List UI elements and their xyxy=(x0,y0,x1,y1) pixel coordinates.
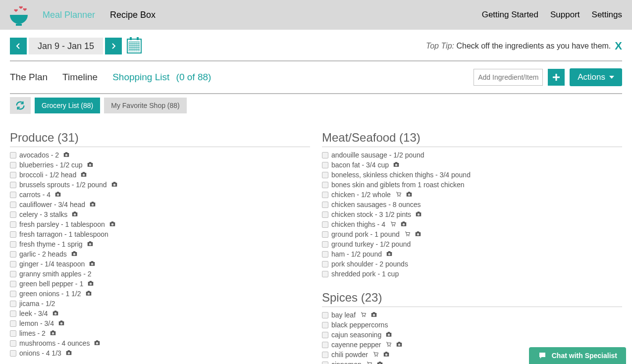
item-checkbox[interactable] xyxy=(322,342,328,348)
item-checkbox[interactable] xyxy=(10,281,16,287)
svg-point-27 xyxy=(408,235,409,236)
item-checkbox[interactable] xyxy=(10,251,16,258)
item-checkbox[interactable] xyxy=(10,301,16,307)
item-checkbox[interactable] xyxy=(10,271,16,277)
camera-icon[interactable] xyxy=(65,350,72,357)
svg-point-39 xyxy=(385,353,388,356)
item-checkbox[interactable] xyxy=(322,261,328,267)
camera-icon[interactable] xyxy=(383,351,390,359)
camera-icon[interactable] xyxy=(370,312,377,319)
tab-the-plan[interactable]: The Plan xyxy=(10,72,48,83)
camera-icon[interactable] xyxy=(54,191,61,199)
camera-icon[interactable] xyxy=(415,211,422,218)
cart-icon[interactable] xyxy=(372,351,379,359)
item-checkbox[interactable] xyxy=(10,211,16,218)
next-week-button[interactable] xyxy=(105,38,122,54)
camera-icon[interactable] xyxy=(63,152,70,159)
item-checkbox[interactable] xyxy=(10,340,16,347)
camera-icon[interactable] xyxy=(85,290,92,298)
camera-icon[interactable] xyxy=(406,191,413,199)
camera-icon[interactable] xyxy=(385,331,392,339)
camera-icon[interactable] xyxy=(80,171,87,179)
item-checkbox[interactable] xyxy=(10,320,16,327)
cart-icon[interactable] xyxy=(404,231,411,238)
item-checkbox[interactable] xyxy=(10,192,16,198)
item-checkbox[interactable] xyxy=(322,231,328,238)
item-checkbox[interactable] xyxy=(322,332,328,338)
camera-icon[interactable] xyxy=(109,221,116,228)
item-checkbox[interactable] xyxy=(322,312,328,318)
camera-icon[interactable] xyxy=(94,340,101,347)
camera-icon[interactable] xyxy=(71,251,78,258)
item-checkbox[interactable] xyxy=(10,182,16,188)
camera-icon[interactable] xyxy=(71,211,78,218)
item-checkbox[interactable] xyxy=(322,362,328,364)
subtab-grocery-list[interactable]: Grocery List (88) xyxy=(35,98,100,113)
refresh-button[interactable] xyxy=(10,97,31,114)
nav-getting-started[interactable]: Getting Started xyxy=(482,10,538,20)
nav-recipe-box[interactable]: Recipe Box xyxy=(110,10,156,20)
item-checkbox[interactable] xyxy=(10,350,16,357)
camera-icon[interactable] xyxy=(87,241,94,248)
item-checkbox[interactable] xyxy=(322,162,328,168)
nav-support[interactable]: Support xyxy=(550,10,580,20)
close-tip-button[interactable]: X xyxy=(615,40,622,52)
item-checkbox[interactable] xyxy=(322,202,328,208)
list-item: chicken stock - 3 1/2 pints xyxy=(322,209,622,219)
add-ingredient-input[interactable] xyxy=(474,69,543,86)
item-checkbox[interactable] xyxy=(10,152,16,158)
actions-dropdown[interactable]: Actions xyxy=(570,68,622,86)
camera-icon[interactable] xyxy=(87,161,94,169)
cart-icon[interactable] xyxy=(366,361,372,364)
item-text: fresh tarragon - 1 tablespoon xyxy=(19,230,108,238)
camera-icon[interactable] xyxy=(376,361,383,364)
camera-icon[interactable] xyxy=(89,260,96,268)
item-text: chicken sausages - 8 ounces xyxy=(331,201,421,208)
item-checkbox[interactable] xyxy=(10,202,16,208)
item-checkbox[interactable] xyxy=(10,261,16,267)
subtab-favorite-shop[interactable]: My Favorite Shop (88) xyxy=(104,98,187,113)
item-checkbox[interactable] xyxy=(322,211,328,218)
chat-widget[interactable]: Chat with Specialist xyxy=(529,347,626,364)
tab-shopping-list[interactable]: Shopping List (0 of 88) xyxy=(112,72,211,83)
cart-icon[interactable] xyxy=(389,221,396,228)
cart-icon[interactable] xyxy=(395,191,402,199)
camera-icon[interactable] xyxy=(111,181,118,189)
item-checkbox[interactable] xyxy=(10,330,16,337)
item-checkbox[interactable] xyxy=(322,221,328,228)
item-checkbox[interactable] xyxy=(10,231,16,238)
item-checkbox[interactable] xyxy=(322,251,328,258)
add-ingredient-button[interactable] xyxy=(548,69,565,86)
item-checkbox[interactable] xyxy=(10,221,16,228)
calendar-icon[interactable] xyxy=(127,39,142,53)
item-checkbox[interactable] xyxy=(322,152,328,158)
item-checkbox[interactable] xyxy=(322,241,328,248)
camera-icon[interactable] xyxy=(415,231,421,238)
camera-icon[interactable] xyxy=(396,341,403,349)
camera-icon[interactable] xyxy=(50,330,56,337)
cart-icon[interactable] xyxy=(385,341,392,349)
item-checkbox[interactable] xyxy=(10,172,16,178)
tab-timeline[interactable]: Timeline xyxy=(62,72,98,83)
item-checkbox[interactable] xyxy=(10,241,16,248)
camera-icon[interactable] xyxy=(393,161,400,169)
item-checkbox[interactable] xyxy=(322,322,328,328)
camera-icon[interactable] xyxy=(52,310,59,317)
item-checkbox[interactable] xyxy=(322,172,328,178)
camera-icon[interactable] xyxy=(400,221,407,228)
item-checkbox[interactable] xyxy=(10,162,16,168)
item-checkbox[interactable] xyxy=(10,291,16,297)
item-checkbox[interactable] xyxy=(322,182,328,188)
camera-icon[interactable] xyxy=(89,201,96,208)
camera-icon[interactable] xyxy=(87,280,94,288)
cart-icon[interactable] xyxy=(360,312,367,319)
prev-week-button[interactable] xyxy=(10,38,27,54)
nav-meal-planner[interactable]: Meal Planner xyxy=(43,10,95,20)
item-checkbox[interactable] xyxy=(322,192,328,198)
camera-icon[interactable] xyxy=(58,320,65,327)
item-checkbox[interactable] xyxy=(322,352,328,358)
camera-icon[interactable] xyxy=(386,251,393,258)
item-checkbox[interactable] xyxy=(10,311,16,317)
item-checkbox[interactable] xyxy=(322,271,328,277)
nav-settings[interactable]: Settings xyxy=(592,10,622,20)
